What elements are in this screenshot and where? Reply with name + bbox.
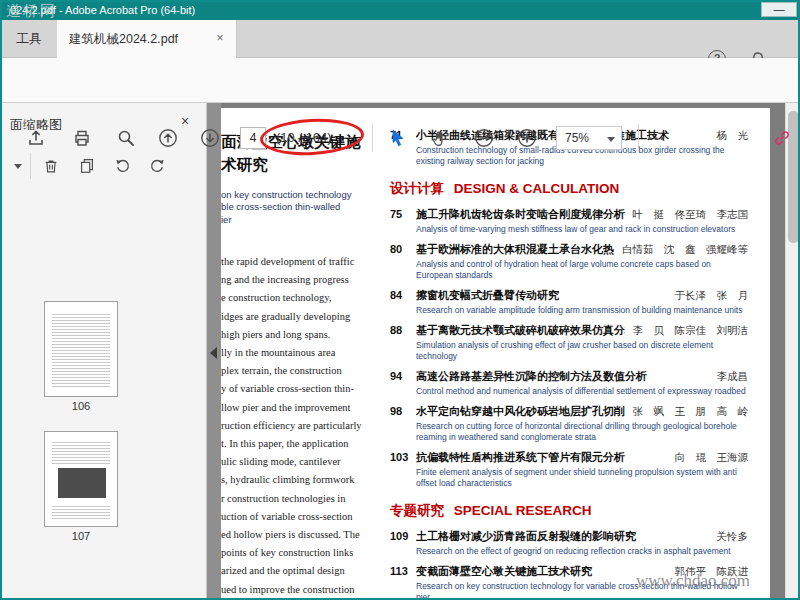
document-tab-label: 建筑机械2024.2.pdf bbox=[69, 32, 178, 46]
toc-right-column: 71 小半径曲线连续箱梁跨越既有铁路区间顶推施工技术 杨 光 Construct… bbox=[390, 128, 748, 600]
minimize-button[interactable]: — bbox=[761, 2, 797, 17]
document-viewer: 面薄壁空心墩关键施 术研究 on key construction techno… bbox=[221, 103, 800, 600]
select-tool-icon[interactable] bbox=[388, 128, 408, 148]
delete-pages-icon[interactable] bbox=[42, 157, 60, 175]
page-number-input[interactable]: 4 bbox=[240, 127, 266, 149]
thumbnails-toolbar bbox=[0, 147, 206, 187]
hand-glyph bbox=[430, 128, 450, 148]
toc-entry: 94 高速公路路基差异性沉降的控制方法及数值分析 李成昌 Control met… bbox=[390, 369, 748, 397]
toc-entry-head: 80 基于欧洲标准的大体积混凝土承台水化热分析与控制 白情茹 沈 鑫 强耀峰等 bbox=[390, 242, 748, 257]
page-thumbnail-107[interactable] bbox=[44, 431, 118, 527]
toc-entry-english: Finite element analysis of segment under… bbox=[416, 467, 748, 489]
toc-entry: 103 抗偏载特性盾构推进系统下管片有限元分析 向 琨 王海源 Finite e… bbox=[390, 450, 748, 489]
rotate-left-glyph bbox=[114, 157, 132, 175]
toc-entry-page: 75 bbox=[390, 208, 416, 220]
share-glyph bbox=[26, 128, 46, 148]
page-down-glyph bbox=[200, 128, 220, 148]
toc-entry: 109 土工格栅对减少沥青路面反射裂缝的影响研究 关怜多 Research on… bbox=[390, 529, 748, 557]
toc-entry-authors: 叶 挺 佟至琦 李志国 bbox=[633, 208, 749, 222]
toc-entry-page: 94 bbox=[390, 370, 416, 382]
toc-entry-authors: 于长泽 张 月 bbox=[675, 289, 749, 303]
page-thumbnail-106[interactable] bbox=[44, 301, 118, 397]
document-tab[interactable]: 建筑机械2024.2.pdf × bbox=[57, 20, 237, 58]
toc-section-special-research: 专题研究 SPECIAL RESEARCH bbox=[390, 502, 748, 520]
print-icon[interactable] bbox=[72, 128, 92, 148]
plus-glyph bbox=[517, 128, 537, 148]
window-title: 024.2.pdf - Adobe Acrobat Pro (64-bit) bbox=[10, 4, 195, 16]
toc-entry-english: Analysis and control of hydration heat o… bbox=[416, 259, 748, 281]
toc-entry-english: Simulation analysis of crushing effect o… bbox=[416, 340, 748, 362]
toc-entry-title: 土工格栅对减少沥青路面反射裂缝的影响研究 bbox=[416, 529, 709, 544]
rotate-right-glyph bbox=[148, 157, 166, 175]
toc-left-column: 面薄壁空心墩关键施 术研究 on key construction techno… bbox=[221, 130, 376, 599]
toc-entry-page: 98 bbox=[390, 405, 416, 417]
share-icon[interactable] bbox=[26, 128, 46, 148]
pdf-page: 面薄壁空心墩关键施 术研究 on key construction techno… bbox=[221, 108, 770, 600]
article-abstract-fragment: the rapid development of traffic ng and … bbox=[221, 253, 376, 599]
print-glyph bbox=[72, 128, 92, 148]
toc-entry-head: 113 变截面薄壁空心墩关键施工技术研究 郭伟平 陈跃进 bbox=[390, 564, 748, 579]
insert-pages-icon[interactable] bbox=[78, 157, 96, 175]
page-count-indicator: (10 / 164) bbox=[276, 130, 332, 145]
rotate-left-icon[interactable] bbox=[114, 157, 132, 175]
toc-entry-title: 施工升降机齿轮齿条时变啮合刚度规律分析 bbox=[416, 207, 625, 222]
toc-entry-page: 113 bbox=[390, 565, 416, 577]
tools-tab[interactable]: 工具 bbox=[0, 20, 59, 58]
toc-entry: 98 水平定向钻穿越中风化砂砾岩地层扩孔切削力研究 张 飒 王 朋 高 岭 Re… bbox=[390, 404, 748, 443]
toc-entry-head: 75 施工升降机齿轮齿条时变啮合刚度规律分析 叶 挺 佟至琦 李志国 bbox=[390, 207, 748, 222]
section-title-en: DESIGN & CALCULATION bbox=[454, 181, 620, 196]
toc-entry-title: 擦窗机变幅式折叠臂传动研究 bbox=[416, 288, 667, 303]
tab-close-icon[interactable]: × bbox=[212, 31, 228, 47]
vertical-scrollbar[interactable] bbox=[785, 103, 800, 600]
pages-glyph bbox=[78, 157, 96, 175]
thumbnail-text-preview bbox=[52, 312, 110, 388]
section-title-zh: 专题研究 bbox=[390, 503, 444, 518]
toc-entry: 113 变截面薄壁空心墩关键施工技术研究 郭伟平 陈跃进 Research on… bbox=[390, 564, 748, 600]
toc-entry-authors: 张 飒 王 朋 高 岭 bbox=[633, 405, 749, 419]
panel-toolbar-separator bbox=[30, 153, 31, 179]
zoom-level-dropdown[interactable]: 75% bbox=[556, 126, 622, 150]
previous-page-icon[interactable] bbox=[158, 128, 178, 148]
article-subtitle-fragment: on key construction technology ble cross… bbox=[221, 189, 376, 227]
toc-entry-head: 88 基于离散元技术颚式破碎机破碎效果仿真分析 李 贝 陈宗佳 刘明洁 bbox=[390, 323, 748, 338]
minus-glyph bbox=[474, 128, 494, 148]
thumbnail-text-preview bbox=[52, 504, 110, 520]
search-glyph bbox=[116, 128, 136, 148]
toc-entry: 88 基于离散元技术颚式破碎机破碎效果仿真分析 李 贝 陈宗佳 刘明洁 Simu… bbox=[390, 323, 748, 362]
link-icon[interactable] bbox=[772, 128, 792, 148]
zoom-out-icon[interactable] bbox=[474, 128, 494, 148]
window-titlebar: 024.2.pdf - Adobe Acrobat Pro (64-bit) — bbox=[0, 0, 800, 20]
rotate-right-icon[interactable] bbox=[148, 157, 166, 175]
panel-splitter[interactable] bbox=[207, 103, 221, 600]
panel-close-icon[interactable]: × bbox=[176, 113, 194, 131]
page-up-glyph bbox=[158, 128, 178, 148]
next-page-icon[interactable] bbox=[200, 128, 220, 148]
toc-entry-title: 基于欧洲标准的大体积混凝土承台水化热分析与控制 bbox=[416, 242, 614, 257]
options-chevron-down-icon[interactable] bbox=[14, 164, 22, 169]
toc-entry-page: 88 bbox=[390, 324, 416, 336]
link-glyph bbox=[772, 128, 792, 148]
toc-entry-english: Research on cutting force of horizontal … bbox=[416, 421, 748, 443]
thumbnails-panel: 面缩略图 × 10 bbox=[0, 103, 207, 600]
toc-entry-page: 84 bbox=[390, 289, 416, 301]
toc-entry-head: 98 水平定向钻穿越中风化砂砾岩地层扩孔切削力研究 张 飒 王 朋 高 岭 bbox=[390, 404, 748, 419]
toc-entry-title: 变截面薄壁空心墩关键施工技术研究 bbox=[416, 564, 667, 579]
more-tools-button[interactable]: ••• bbox=[648, 132, 666, 144]
toc-entry-title: 基于离散元技术颚式破碎机破碎效果仿真分析 bbox=[416, 323, 625, 338]
toc-entry-head: 103 抗偏载特性盾构推进系统下管片有限元分析 向 琨 王海源 bbox=[390, 450, 748, 465]
toc-entry-head: 94 高速公路路基差异性沉降的控制方法及数值分析 李成昌 bbox=[390, 369, 748, 384]
thumbnail-text-preview bbox=[52, 440, 110, 464]
toc-entry-page: 109 bbox=[390, 530, 416, 542]
toolbar-separator bbox=[372, 124, 373, 152]
zoom-in-icon[interactable] bbox=[517, 128, 537, 148]
search-icon[interactable] bbox=[116, 128, 136, 148]
toc-entry-english: Research on variable amplitude folding a… bbox=[416, 305, 748, 316]
collapse-panel-arrow-icon[interactable] bbox=[210, 347, 217, 359]
hand-tool-icon[interactable] bbox=[430, 128, 450, 148]
thumbnail-page-number: 107 bbox=[44, 530, 118, 542]
toc-entry-head: 84 擦窗机变幅式折叠臂传动研究 于长泽 张 月 bbox=[390, 288, 748, 303]
toc-entry-page: 103 bbox=[390, 451, 416, 463]
trash-glyph bbox=[42, 157, 60, 175]
tab-bar: 工具 建筑机械2024.2.pdf × ? bbox=[0, 20, 800, 58]
thumbnail-figure-preview bbox=[58, 468, 106, 498]
